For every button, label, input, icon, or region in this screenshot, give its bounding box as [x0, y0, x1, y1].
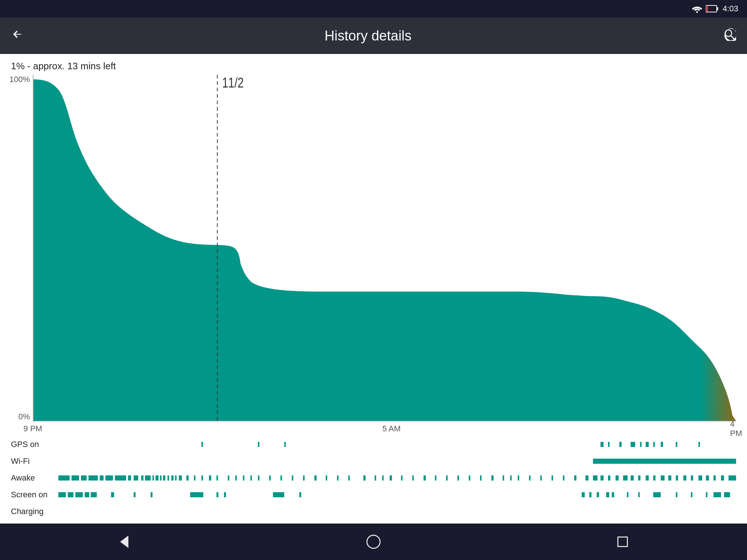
svg-rect-87 [631, 475, 634, 481]
svg-rect-122 [676, 492, 677, 497]
svg-rect-36 [160, 475, 162, 481]
svg-rect-53 [280, 475, 282, 481]
svg-rect-11 [600, 442, 603, 447]
search-button[interactable] [723, 28, 736, 44]
svg-rect-73 [503, 475, 504, 481]
svg-rect-72 [491, 475, 494, 481]
x-label-9pm: 9 PM [23, 424, 42, 433]
svg-rect-95 [691, 475, 693, 481]
svg-rect-12 [608, 442, 609, 447]
svg-rect-78 [551, 475, 553, 481]
svg-rect-16 [646, 442, 649, 447]
svg-rect-114 [582, 492, 585, 497]
svg-rect-21 [593, 459, 736, 464]
home-nav-icon [364, 533, 383, 551]
svg-rect-85 [616, 475, 619, 481]
svg-rect-24 [71, 475, 79, 481]
svg-rect-28 [105, 475, 113, 481]
svg-rect-94 [683, 475, 686, 481]
svg-rect-117 [606, 492, 609, 497]
svg-rect-83 [600, 475, 603, 481]
svg-rect-123 [691, 492, 692, 497]
svg-rect-29 [115, 475, 126, 481]
svg-rect-17 [653, 442, 655, 447]
svg-rect-48 [235, 475, 237, 481]
svg-rect-56 [314, 475, 317, 481]
awake-track [58, 474, 736, 482]
svg-rect-46 [217, 475, 218, 481]
svg-rect-79 [563, 475, 564, 481]
svg-rect-54 [292, 475, 293, 481]
svg-rect-22 [691, 459, 698, 464]
svg-rect-129 [618, 537, 627, 547]
svg-rect-43 [194, 475, 196, 481]
y-axis-labels: 100% 0% [11, 75, 33, 421]
svg-rect-3 [707, 6, 708, 11]
svg-rect-34 [152, 475, 154, 481]
svg-rect-2 [717, 7, 718, 10]
svg-rect-108 [151, 492, 152, 497]
svg-rect-109 [190, 492, 203, 497]
svg-rect-81 [585, 475, 588, 481]
svg-rect-102 [68, 492, 73, 497]
svg-rect-120 [638, 492, 640, 497]
svg-rect-33 [145, 475, 150, 481]
svg-rect-8 [201, 442, 203, 447]
svg-rect-97 [706, 475, 709, 481]
x-label-4pm: 4 PM [730, 419, 742, 438]
home-nav-button[interactable] [364, 533, 383, 551]
svg-line-5 [731, 36, 735, 39]
screen-on-track [58, 491, 736, 499]
svg-rect-121 [653, 492, 661, 497]
y-label-100: 100% [9, 75, 30, 84]
svg-rect-59 [348, 475, 350, 481]
svg-point-0 [696, 11, 698, 13]
awake-label: Awake [11, 473, 58, 483]
svg-rect-119 [627, 492, 628, 497]
chart-area: 11/2 [33, 75, 736, 421]
events-section: GPS on [0, 436, 747, 524]
svg-rect-82 [593, 475, 597, 481]
back-button[interactable] [11, 28, 24, 43]
svg-rect-86 [623, 475, 627, 481]
svg-rect-104 [85, 492, 89, 497]
back-nav-button[interactable] [115, 533, 133, 551]
svg-rect-90 [653, 475, 655, 481]
svg-rect-50 [250, 475, 252, 481]
svg-rect-60 [363, 475, 365, 481]
svg-rect-41 [179, 475, 182, 481]
svg-rect-96 [698, 475, 702, 481]
top-bar: History details [0, 18, 747, 54]
svg-rect-35 [155, 475, 158, 481]
svg-rect-64 [401, 475, 402, 481]
svg-rect-63 [390, 475, 392, 481]
svg-rect-40 [175, 475, 177, 481]
svg-rect-110 [217, 492, 218, 497]
wifi-icon [692, 5, 702, 13]
svg-rect-92 [668, 475, 671, 481]
svg-rect-124 [706, 492, 707, 497]
battery-status-text: 1% - approx. 13 mins left [0, 54, 747, 75]
svg-rect-49 [243, 475, 244, 481]
svg-rect-20 [698, 442, 700, 447]
recents-nav-icon [614, 533, 632, 551]
svg-rect-101 [58, 492, 66, 497]
charging-row: Charging [11, 503, 736, 520]
svg-rect-77 [540, 475, 542, 481]
back-nav-icon [115, 533, 133, 551]
svg-rect-65 [412, 475, 414, 481]
svg-rect-113 [299, 492, 301, 497]
svg-rect-14 [631, 442, 635, 447]
svg-rect-100 [728, 475, 736, 481]
svg-point-128 [367, 535, 380, 548]
svg-rect-62 [382, 475, 384, 481]
svg-rect-25 [81, 475, 86, 481]
svg-rect-39 [171, 475, 174, 481]
screen-on-label: Screen on [11, 490, 58, 499]
svg-rect-93 [676, 475, 678, 481]
svg-rect-111 [224, 492, 226, 497]
recents-nav-button[interactable] [614, 533, 632, 551]
svg-rect-75 [518, 475, 519, 481]
svg-rect-45 [209, 475, 211, 481]
x-axis: 9 PM 5 AM 4 PM [33, 421, 736, 436]
